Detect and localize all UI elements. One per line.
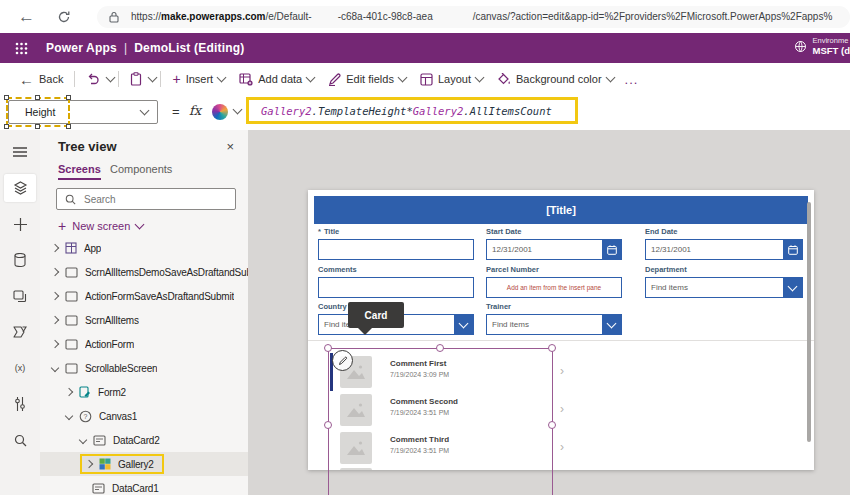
- title-input[interactable]: [318, 239, 474, 260]
- gallery2-highlight: Gallery2: [80, 454, 164, 474]
- tree-item-datacard[interactable]: DataCard2: [40, 428, 248, 452]
- section-divider: [308, 340, 814, 341]
- gallery-item[interactable]: Comment First 7/19/2024 3:09 PM ›: [330, 356, 580, 392]
- dropdown-chevron-icon[interactable]: [454, 315, 473, 334]
- background-color-button[interactable]: Background color: [490, 67, 621, 91]
- edit-pencil-icon[interactable]: [332, 350, 353, 371]
- field-department: Department Find items: [645, 265, 803, 298]
- chevron-right-icon[interactable]: [51, 316, 59, 324]
- start-date-input[interactable]: 12/31/2001: [486, 239, 622, 260]
- back-icon: ←: [19, 71, 34, 88]
- screen-icon: [65, 339, 78, 350]
- item-chevron[interactable]: ›: [560, 402, 564, 416]
- selection-handle[interactable]: [35, 95, 40, 100]
- item-chevron[interactable]: ›: [560, 440, 564, 454]
- edit-fields-button[interactable]: Edit fields: [321, 67, 413, 91]
- power-automate-icon[interactable]: [4, 318, 36, 346]
- selection-handle[interactable]: [548, 344, 556, 352]
- image-placeholder-icon: [340, 432, 372, 464]
- chevron-down-icon[interactable]: [65, 412, 73, 420]
- search-input[interactable]: [82, 193, 216, 206]
- selection-handle[interactable]: [436, 344, 444, 352]
- tree-item-canvas[interactable]: ? Canvas1: [40, 404, 248, 428]
- department-dropdown[interactable]: Find items: [645, 277, 803, 298]
- tree-item-gallery2[interactable]: Gallery2: [40, 452, 248, 476]
- environment-picker[interactable]: Environme MSFT (d: [794, 36, 850, 56]
- field-start-date: Start Date 12/31/2001: [486, 227, 622, 260]
- search-icon[interactable]: [4, 426, 36, 454]
- selection-handle[interactable]: [548, 421, 556, 429]
- media-icon[interactable]: [4, 282, 36, 310]
- layout-button[interactable]: Layout: [413, 67, 490, 91]
- selection-handle[interactable]: [66, 95, 71, 100]
- gallery-item-partial[interactable]: [330, 468, 580, 470]
- tree-item-screen[interactable]: ActionFormSaveAsDraftandSubmit: [40, 284, 248, 308]
- selection-handle[interactable]: [324, 421, 332, 429]
- calendar-icon[interactable]: [602, 240, 621, 259]
- variables-icon[interactable]: (x): [4, 354, 36, 382]
- tree-search[interactable]: [56, 188, 236, 210]
- selection-handle[interactable]: [66, 124, 71, 129]
- copilot-chevron[interactable]: [233, 105, 243, 115]
- insert-button[interactable]: + Insert: [165, 67, 232, 91]
- waffle-icon[interactable]: [15, 42, 28, 55]
- menu-icon[interactable]: [4, 138, 36, 166]
- item-chevron[interactable]: ›: [560, 364, 564, 378]
- end-date-input[interactable]: 12/31/2001: [645, 239, 803, 260]
- undo-button[interactable]: [79, 67, 107, 91]
- paste-button[interactable]: [123, 67, 149, 91]
- tab-components[interactable]: Components: [110, 163, 172, 175]
- calendar-icon[interactable]: [783, 240, 802, 259]
- selection-handle[interactable]: [35, 124, 40, 129]
- browser-back-icon[interactable]: ←: [18, 7, 35, 27]
- form-title-bar[interactable]: [Title]: [314, 196, 808, 224]
- data-icon[interactable]: [4, 246, 36, 274]
- new-screen-button[interactable]: + New screen: [58, 218, 143, 234]
- advanced-tools-icon[interactable]: [4, 390, 36, 418]
- chevron-down-icon[interactable]: [51, 364, 59, 372]
- copilot-icon[interactable]: [212, 104, 228, 120]
- undo-menu-chevron[interactable]: [106, 73, 116, 83]
- insert-icon[interactable]: [4, 210, 36, 238]
- field-end-date: End Date 12/31/2001: [645, 227, 803, 260]
- tree-item-screen[interactable]: ScrnAllItemsDemoSaveAsDraftandSubmit: [40, 260, 248, 284]
- chevron-right-icon[interactable]: [65, 388, 73, 396]
- tree-item-screen[interactable]: ScrnAllItems: [40, 308, 248, 332]
- parcel-number-placeholder[interactable]: Add an item from the insert pane: [486, 277, 622, 298]
- more-commands-button[interactable]: ...: [625, 72, 639, 87]
- selection-handle[interactable]: [4, 95, 9, 100]
- paste-menu-chevron[interactable]: [148, 73, 158, 83]
- tree-item-screen[interactable]: ActionForm: [40, 332, 248, 356]
- screen-icon: [65, 291, 78, 302]
- dropdown-chevron-icon[interactable]: [602, 315, 621, 334]
- tree-item-form[interactable]: Form2: [40, 380, 248, 404]
- chevron-right-icon[interactable]: [51, 292, 59, 300]
- selection-handle[interactable]: [324, 344, 332, 352]
- gallery-item[interactable]: Comment Second 7/19/2024 3:51 PM ›: [330, 394, 580, 430]
- chevron-right-icon[interactable]: [51, 340, 59, 348]
- datacard-icon: [93, 435, 106, 446]
- close-icon[interactable]: ×: [226, 139, 234, 154]
- tree-view-icon[interactable]: [4, 174, 36, 202]
- tree-item-app[interactable]: App: [40, 236, 248, 260]
- browser-refresh-icon[interactable]: [57, 10, 71, 24]
- app-canvas[interactable]: [Title] *Title Start Date 12/31/2001 End…: [308, 190, 814, 470]
- canvas-scrollbar[interactable]: [807, 202, 811, 442]
- add-data-button[interactable]: Add data: [232, 67, 321, 91]
- lock-icon: [109, 11, 119, 23]
- chevron-down-icon[interactable]: [79, 436, 87, 444]
- tree-item-datacard[interactable]: DataCard1: [40, 476, 248, 495]
- comments-input[interactable]: [318, 277, 474, 298]
- tab-screens[interactable]: Screens: [58, 163, 101, 180]
- address-bar[interactable]: https://make.powerapps.com/e/Default--c6…: [97, 6, 850, 28]
- back-button[interactable]: ← Back: [12, 67, 70, 91]
- dropdown-chevron-icon[interactable]: [783, 278, 802, 297]
- selection-handle[interactable]: [4, 124, 9, 129]
- formula-input[interactable]: Gallery2.TemplateHeight*Gallery2.AllItem…: [246, 97, 578, 124]
- tree-item-screen[interactable]: ScrollableScreen: [40, 356, 248, 380]
- chevron-right-icon[interactable]: [85, 460, 93, 468]
- gallery-item[interactable]: Comment Third 7/19/2024 3:51 PM ›: [330, 432, 580, 468]
- trainer-dropdown[interactable]: Find items: [486, 314, 622, 335]
- chevron-right-icon[interactable]: [51, 244, 59, 252]
- chevron-right-icon[interactable]: [51, 268, 59, 276]
